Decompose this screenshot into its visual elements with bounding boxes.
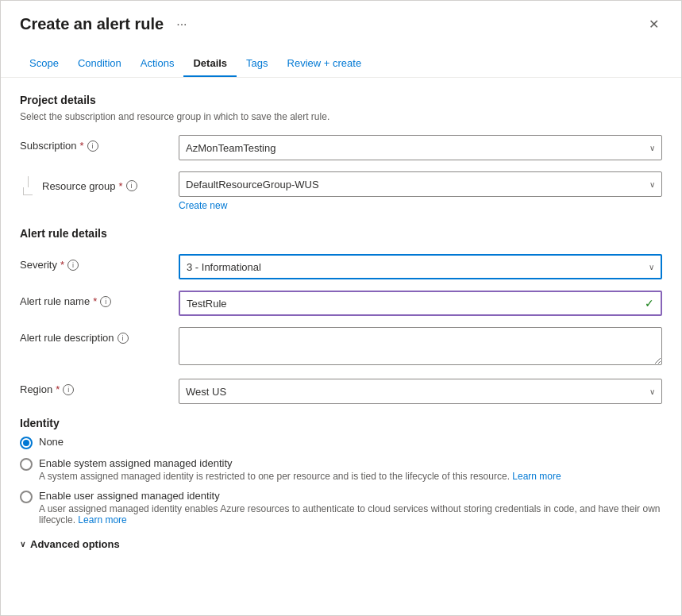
alert-rule-name-valid-icon: ✓: [645, 297, 654, 310]
resource-group-dropdown[interactable]: DefaultResourceGroup-WUS ∨: [179, 171, 662, 197]
severity-label: Severity * i: [20, 254, 179, 271]
advanced-options-toggle[interactable]: ∨ Advanced options: [20, 538, 662, 550]
alert-rule-name-group: Alert rule name * i TestRule ✓: [20, 291, 662, 316]
resource-group-info-icon[interactable]: i: [126, 180, 137, 191]
identity-user-assigned-item: Enable user assigned managed identity A …: [20, 490, 662, 526]
project-details-section: Project details Select the subscription …: [20, 94, 662, 211]
identity-none-radio[interactable]: [20, 437, 33, 449]
identity-none-item: None: [20, 436, 662, 449]
project-details-title: Project details: [20, 94, 662, 106]
subscription-label: Subscription * i: [20, 135, 179, 152]
alert-rule-name-control: TestRule ✓: [179, 291, 662, 316]
alert-rule-name-info-icon[interactable]: i: [100, 296, 111, 307]
modal-header: Create an alert rule ··· ✕: [1, 1, 681, 35]
region-dropdown[interactable]: West US ∨: [179, 379, 662, 404]
identity-system-assigned-label: Enable system assigned managed identity: [39, 457, 561, 469]
subscription-group: Subscription * i AzMonTeamTesting ∨: [20, 135, 662, 160]
identity-system-assigned-item: Enable system assigned managed identity …: [20, 457, 662, 482]
identity-radio-group: None Enable system assigned managed iden…: [20, 436, 662, 526]
modal-title: Create an alert rule: [20, 15, 164, 33]
identity-user-assigned-learn-more[interactable]: Learn more: [78, 514, 126, 526]
identity-user-assigned-radio[interactable]: [20, 491, 33, 503]
region-chevron-icon: ∨: [649, 387, 655, 396]
resource-group-control: DefaultResourceGroup-WUS ∨ Create new: [179, 171, 662, 211]
advanced-options-label: Advanced options: [30, 538, 120, 550]
tab-tags[interactable]: Tags: [237, 51, 277, 77]
tab-actions[interactable]: Actions: [131, 51, 184, 77]
alert-rule-name-input[interactable]: TestRule ✓: [179, 291, 662, 316]
identity-none-label: None: [39, 436, 64, 448]
tab-details[interactable]: Details: [183, 51, 237, 77]
subscription-dropdown[interactable]: AzMonTeamTesting ∨: [179, 135, 662, 160]
resource-group-label-area: Resource group * i: [20, 171, 179, 195]
alert-rule-details-section: Alert rule details Severity * i 3 - Info…: [20, 227, 662, 404]
severity-chevron-icon: ∨: [649, 263, 654, 271]
identity-user-assigned-label: Enable user assigned managed identity: [39, 490, 662, 502]
alert-rule-desc-group: Alert rule description i: [20, 327, 662, 368]
identity-system-assigned-content: Enable system assigned managed identity …: [39, 457, 561, 482]
region-required: *: [56, 383, 60, 395]
navigation-tabs: Scope Condition Actions Details Tags Rev…: [1, 41, 681, 78]
create-alert-rule-modal: Create an alert rule ··· ✕ Scope Conditi…: [0, 0, 682, 616]
severity-info-icon[interactable]: i: [67, 260, 79, 271]
close-button[interactable]: ✕: [645, 13, 662, 35]
alert-rule-desc-control: [179, 327, 662, 368]
severity-group: Severity * i 3 - Informational ∨: [20, 254, 662, 279]
resource-group-required: *: [119, 180, 123, 192]
modal-ellipsis[interactable]: ···: [176, 17, 187, 32]
subscription-control: AzMonTeamTesting ∨: [179, 135, 662, 160]
identity-system-assigned-learn-more[interactable]: Learn more: [512, 471, 561, 482]
resource-group-group: Resource group * i DefaultResourceGroup-…: [20, 171, 662, 211]
identity-system-assigned-radio[interactable]: [20, 458, 33, 471]
alert-rule-desc-info-icon[interactable]: i: [118, 333, 129, 344]
alert-rule-desc-label: Alert rule description i: [20, 327, 179, 344]
identity-system-assigned-desc: A system assigned managed identity is re…: [39, 471, 561, 482]
region-group: Region * i West US ∨: [20, 379, 662, 404]
region-info-icon[interactable]: i: [63, 384, 74, 395]
alert-rule-name-required: *: [93, 295, 97, 307]
tab-scope[interactable]: Scope: [20, 51, 68, 77]
region-label: Region * i: [20, 379, 179, 395]
create-new-link[interactable]: Create new: [179, 200, 227, 211]
severity-required: *: [60, 259, 64, 271]
identity-title: Identity: [20, 417, 662, 429]
subscription-required: *: [80, 140, 84, 152]
project-details-desc: Select the subscription and resource gro…: [20, 111, 662, 122]
identity-section: Identity None Enable system assigned man…: [20, 417, 662, 526]
alert-rule-desc-textarea[interactable]: [179, 327, 662, 365]
subscription-info-icon[interactable]: i: [87, 141, 98, 152]
tab-review-create[interactable]: Review + create: [278, 51, 372, 77]
resource-group-chevron-icon: ∨: [649, 180, 655, 189]
advanced-options-chevron-icon: ∨: [20, 540, 25, 549]
region-control: West US ∨: [179, 379, 662, 404]
alert-rule-details-title: Alert rule details: [20, 227, 662, 240]
severity-dropdown[interactable]: 3 - Informational ∨: [179, 254, 662, 279]
alert-rule-name-label: Alert rule name * i: [20, 291, 179, 307]
identity-user-assigned-content: Enable user assigned managed identity A …: [39, 490, 662, 526]
subscription-chevron-icon: ∨: [649, 144, 655, 152]
main-content: Project details Select the subscription …: [1, 78, 681, 566]
tab-condition[interactable]: Condition: [68, 51, 131, 77]
severity-control: 3 - Informational ∨: [179, 254, 662, 279]
identity-user-assigned-desc: A user assigned managed identity enables…: [39, 503, 662, 526]
